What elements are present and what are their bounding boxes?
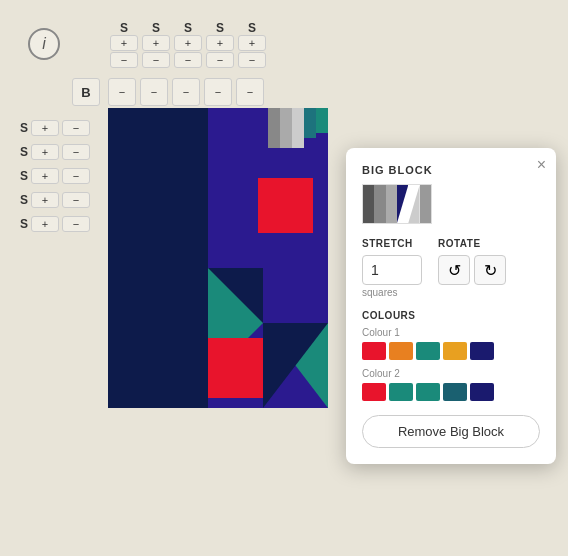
b-row-controls: − − − − − bbox=[108, 78, 264, 106]
col-minus-4[interactable]: − bbox=[206, 52, 234, 68]
colour2-swatch-3[interactable] bbox=[416, 383, 440, 401]
col-label-3: S bbox=[184, 22, 192, 34]
stretch-rotate-row: STRETCH squares ROTATE ↺ ↻ bbox=[362, 238, 540, 298]
b-col-minus-4[interactable]: − bbox=[204, 78, 232, 106]
row-plus-3[interactable]: + bbox=[31, 168, 59, 184]
row-plus-4[interactable]: + bbox=[31, 192, 59, 208]
close-button[interactable]: × bbox=[537, 156, 546, 174]
preview-stripe-5 bbox=[408, 185, 419, 223]
preview-stripe-6 bbox=[420, 185, 431, 223]
row-control-5: S + − bbox=[20, 216, 90, 232]
colour1-swatch-3[interactable] bbox=[416, 342, 440, 360]
col-label-1: S bbox=[120, 22, 128, 34]
row-control-3: S + − bbox=[20, 168, 90, 184]
rotate-label: ROTATE bbox=[438, 238, 506, 249]
svg-rect-0 bbox=[108, 108, 208, 408]
colour2-swatch-4[interactable] bbox=[443, 383, 467, 401]
col-control-5: S + − bbox=[238, 22, 266, 68]
col-minus-5[interactable]: − bbox=[238, 52, 266, 68]
colour1-swatch-1[interactable] bbox=[362, 342, 386, 360]
row-label-5: S bbox=[20, 218, 28, 230]
stretch-input[interactable] bbox=[362, 255, 422, 285]
col-label-4: S bbox=[216, 22, 224, 34]
top-column-controls: S + − S + − S + − S + − S + − bbox=[110, 22, 266, 68]
col-control-2: S + − bbox=[142, 22, 170, 68]
preview-stripe-2 bbox=[374, 185, 385, 223]
colour1-swatches bbox=[362, 342, 540, 360]
col-control-1: S + − bbox=[110, 22, 138, 68]
col-plus-5[interactable]: + bbox=[238, 35, 266, 51]
preview-stripe-1 bbox=[363, 185, 374, 223]
rotate-section: ROTATE ↺ ↻ bbox=[438, 238, 506, 285]
svg-rect-10 bbox=[268, 108, 280, 148]
col-plus-2[interactable]: + bbox=[142, 35, 170, 51]
colour2-swatches bbox=[362, 383, 540, 401]
b-col-minus-1[interactable]: − bbox=[108, 78, 136, 106]
colour1-swatch-5[interactable] bbox=[470, 342, 494, 360]
rotate-cw-button[interactable]: ↻ bbox=[474, 255, 506, 285]
left-row-controls: S + − S + − S + − S + − S + − bbox=[20, 120, 90, 232]
remove-big-block-button[interactable]: Remove Big Block bbox=[362, 415, 540, 448]
block-preview bbox=[362, 184, 432, 224]
col-plus-3[interactable]: + bbox=[174, 35, 202, 51]
colour1-swatch-4[interactable] bbox=[443, 342, 467, 360]
row-control-2: S + − bbox=[20, 144, 90, 160]
info-button[interactable]: i bbox=[28, 28, 60, 60]
colour1-swatch-2[interactable] bbox=[389, 342, 413, 360]
col-label-2: S bbox=[152, 22, 160, 34]
row-minus-5[interactable]: − bbox=[62, 216, 90, 232]
col-plus-1[interactable]: + bbox=[110, 35, 138, 51]
svg-rect-7 bbox=[208, 338, 268, 398]
svg-rect-3 bbox=[258, 178, 313, 233]
squares-label: squares bbox=[362, 287, 422, 298]
row-plus-5[interactable]: + bbox=[31, 216, 59, 232]
colour2-swatch-2[interactable] bbox=[389, 383, 413, 401]
row-label-3: S bbox=[20, 170, 28, 182]
row-minus-1[interactable]: − bbox=[62, 120, 90, 136]
col-control-3: S + − bbox=[174, 22, 202, 68]
b-row: B bbox=[72, 78, 100, 106]
col-minus-2[interactable]: − bbox=[142, 52, 170, 68]
stretch-section: STRETCH squares bbox=[362, 238, 422, 298]
colour1-label: Colour 1 bbox=[362, 327, 540, 338]
rotate-ccw-button[interactable]: ↺ bbox=[438, 255, 470, 285]
row-label-1: S bbox=[20, 122, 28, 134]
preview-stripe-3 bbox=[386, 185, 397, 223]
popup-panel: × BIG BLOCK STRETCH squares ROTATE ↺ ↻ C… bbox=[346, 148, 556, 464]
rotate-buttons: ↺ ↻ bbox=[438, 255, 506, 285]
b-col-minus-2[interactable]: − bbox=[140, 78, 168, 106]
b-col-minus-3[interactable]: − bbox=[172, 78, 200, 106]
canvas-area[interactable] bbox=[108, 108, 328, 408]
row-label-2: S bbox=[20, 146, 28, 158]
svg-rect-13 bbox=[304, 108, 316, 138]
stretch-label: STRETCH bbox=[362, 238, 422, 249]
row-minus-4[interactable]: − bbox=[62, 192, 90, 208]
row-minus-3[interactable]: − bbox=[62, 168, 90, 184]
row-plus-1[interactable]: + bbox=[31, 120, 59, 136]
col-control-4: S + − bbox=[206, 22, 234, 68]
colour2-label: Colour 2 bbox=[362, 368, 540, 379]
svg-rect-12 bbox=[292, 108, 304, 148]
colour2-swatch-1[interactable] bbox=[362, 383, 386, 401]
svg-rect-14 bbox=[316, 108, 328, 133]
colour2-swatch-5[interactable] bbox=[470, 383, 494, 401]
col-minus-1[interactable]: − bbox=[110, 52, 138, 68]
row-control-4: S + − bbox=[20, 192, 90, 208]
row-plus-2[interactable]: + bbox=[31, 144, 59, 160]
colours-label: COLOURS bbox=[362, 310, 540, 321]
row-label-4: S bbox=[20, 194, 28, 206]
b-col-minus-5[interactable]: − bbox=[236, 78, 264, 106]
svg-rect-11 bbox=[280, 108, 292, 148]
preview-stripe-4 bbox=[397, 185, 408, 223]
colours-section: COLOURS Colour 1 Colour 2 bbox=[362, 310, 540, 401]
row-control-1: S + − bbox=[20, 120, 90, 136]
b-label: B bbox=[72, 78, 100, 106]
col-minus-3[interactable]: − bbox=[174, 52, 202, 68]
popup-title: BIG BLOCK bbox=[362, 164, 540, 176]
col-plus-4[interactable]: + bbox=[206, 35, 234, 51]
row-minus-2[interactable]: − bbox=[62, 144, 90, 160]
col-label-5: S bbox=[248, 22, 256, 34]
